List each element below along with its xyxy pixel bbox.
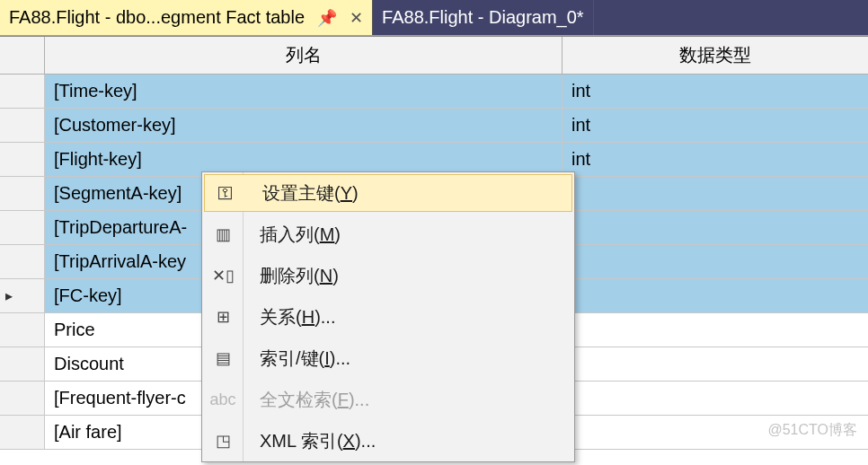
menu-item[interactable]: ▥插入列(M)	[202, 214, 574, 255]
tab-title: FA88.Flight - Diagram_0*	[382, 7, 584, 28]
row-selector[interactable]	[0, 75, 45, 108]
context-menu-items: ⚿设置主键(Y)▥插入列(M)✕▯删除列(N)⊞关系(H)...▤索引/键(I)…	[202, 174, 574, 461]
row-selector[interactable]	[0, 313, 45, 347]
table-header-row: 列名 数据类型	[0, 37, 868, 75]
key-icon: ⚿	[205, 184, 246, 203]
close-icon[interactable]: ✕	[350, 8, 363, 28]
pin-icon[interactable]: 📌	[317, 8, 337, 28]
menu-item-label: 全文检索(F)...	[244, 388, 369, 412]
delete-column-icon: ✕▯	[202, 266, 244, 285]
menu-item[interactable]: ✕▯删除列(N)	[202, 255, 574, 296]
relationship-icon: ⊞	[202, 307, 244, 327]
cell-data-type[interactable]: int	[562, 143, 868, 176]
menu-item-label: 插入列(M)	[244, 223, 341, 247]
row-selector[interactable]	[0, 143, 45, 176]
table-row[interactable]: [Time-key]int	[0, 75, 868, 109]
tab-diagram[interactable]: FA88.Flight - Diagram_0*	[373, 0, 594, 35]
tab-fact-table[interactable]: FA88.Flight - dbo...egment Fact table 📌 …	[0, 0, 373, 35]
menu-item-label: 关系(H)...	[244, 305, 335, 329]
cell-column-name[interactable]: [Customer-key]	[45, 109, 562, 142]
cell-data-type[interactable]	[562, 177, 868, 210]
context-menu: ⚿设置主键(Y)▥插入列(M)✕▯删除列(N)⊞关系(H)...▤索引/键(I)…	[201, 171, 575, 462]
cell-data-type[interactable]	[562, 382, 868, 415]
menu-item-label: 设置主键(Y)	[246, 181, 359, 206]
cell-data-type[interactable]: int	[562, 75, 868, 108]
menu-item-label: 删除列(N)	[244, 264, 339, 288]
menu-item[interactable]: ⊞关系(H)...	[202, 296, 574, 338]
cell-data-type[interactable]	[562, 279, 868, 312]
menu-item-label: 索引/键(I)...	[244, 347, 350, 371]
cell-data-type[interactable]	[562, 416, 868, 449]
cell-data-type[interactable]	[562, 313, 868, 347]
index-icon: ▤	[202, 348, 244, 368]
tab-bar: FA88.Flight - dbo...egment Fact table 📌 …	[0, 0, 868, 36]
row-selector[interactable]	[0, 416, 45, 449]
cell-data-type[interactable]	[562, 347, 868, 381]
column-header-type[interactable]: 数据类型	[562, 37, 868, 74]
fulltext-icon: abc	[202, 390, 244, 409]
menu-item-label: XML 索引(X)...	[244, 429, 376, 453]
insert-column-icon: ▥	[202, 224, 244, 244]
row-selector[interactable]	[0, 382, 45, 415]
menu-item[interactable]: ▤索引/键(I)...	[202, 338, 574, 379]
row-selector[interactable]	[0, 245, 45, 278]
row-selector[interactable]	[0, 109, 45, 142]
xml-index-icon: ◳	[202, 431, 244, 451]
row-selector[interactable]	[0, 347, 45, 381]
row-selector[interactable]	[0, 177, 45, 210]
cell-data-type[interactable]: int	[562, 109, 868, 142]
cell-column-name[interactable]: [Time-key]	[45, 75, 562, 108]
tab-title: FA88.Flight - dbo...egment Fact table	[9, 7, 305, 28]
table-row[interactable]: [Customer-key]int	[0, 109, 868, 143]
column-header-name[interactable]: 列名	[45, 37, 562, 74]
menu-item: abc全文检索(F)...	[202, 379, 574, 420]
tab-actions: 📌 ✕	[317, 8, 363, 28]
menu-item[interactable]: ◳XML 索引(X)...	[202, 420, 574, 461]
cell-data-type[interactable]	[562, 211, 868, 244]
menu-item[interactable]: ⚿设置主键(Y)	[204, 174, 572, 212]
row-selector[interactable]: ▸	[0, 279, 45, 312]
cell-data-type[interactable]	[562, 245, 868, 278]
row-selector[interactable]	[0, 211, 45, 244]
row-selector-header	[0, 37, 45, 74]
